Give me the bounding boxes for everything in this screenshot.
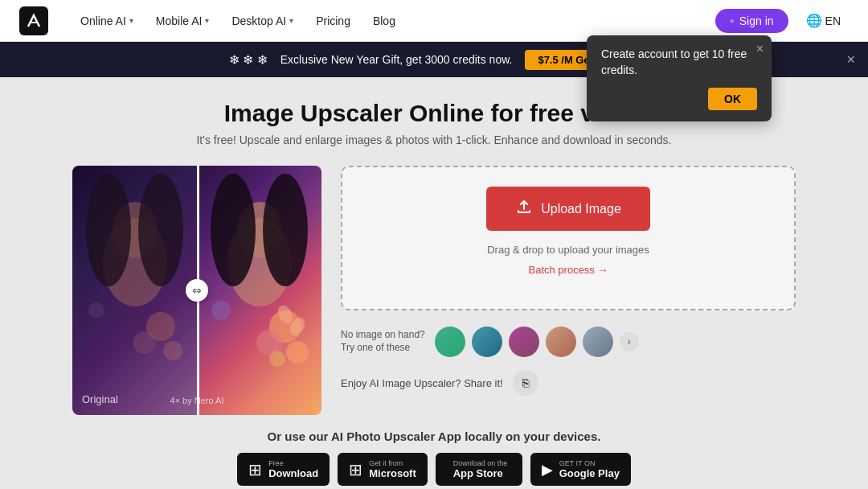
app-section: Or use our AI Photo Upscaler App locally…: [0, 429, 868, 486]
snowflake-icon: ❄ ❄ ❄: [229, 52, 268, 68]
app-buttons: ⊞ Free Download ⊞ Get it from Microsoft …: [237, 453, 631, 486]
svg-point-18: [211, 301, 231, 320]
batch-process-link[interactable]: Batch process →: [529, 264, 608, 276]
upload-image-button[interactable]: Upload Image: [486, 187, 650, 231]
samples-next-arrow[interactable]: ›: [620, 332, 639, 351]
download-googleplay-button[interactable]: ▶ GET IT ON Google Play: [530, 453, 631, 486]
svg-point-19: [275, 303, 296, 327]
compare-enhanced: [197, 166, 321, 415]
nav-blog[interactable]: Blog: [363, 10, 405, 32]
share-label: Enjoy AI Image Upscaler? Share it!: [341, 377, 503, 389]
page-title: Image Upscaler Online for free via AI: [224, 100, 644, 127]
sample-image-3[interactable]: [509, 327, 539, 357]
compare-original: [72, 166, 197, 415]
share-row: Enjoy AI Image Upscaler? Share it! ⎘: [341, 370, 796, 396]
logo: [19, 6, 48, 35]
tooltip-ok-button[interactable]: OK: [708, 88, 757, 110]
content-row: ⇔ Original 4× by Nero AI Upload Image Dr…: [72, 166, 796, 415]
download-microsoft-button[interactable]: ⊞ Get it from Microsoft: [338, 453, 428, 486]
svg-point-9: [227, 218, 292, 306]
drag-drop-text: Drag & drop to upload your images: [487, 244, 649, 256]
nav-right: Sign in 🌐 EN: [715, 8, 849, 33]
sample-image-5[interactable]: [583, 327, 613, 357]
promo-close-button[interactable]: ×: [846, 51, 855, 68]
download-windows-button[interactable]: ⊞ Free Download: [237, 453, 330, 486]
google-play-icon: ▶: [542, 461, 553, 479]
nav-desktop-ai[interactable]: Desktop AI ▾: [222, 10, 303, 32]
compare-label-original: Original: [82, 393, 118, 405]
main-content: Image Upscaler Online for free via AI It…: [0, 77, 868, 489]
svg-point-20: [287, 315, 308, 339]
svg-point-12: [211, 174, 256, 286]
tooltip-popup: × Create account to get 10 free credits.…: [587, 35, 772, 121]
chevron-down-icon: ▾: [205, 16, 209, 25]
microsoft-icon: ⊞: [349, 460, 362, 479]
compare-handle[interactable]: ⇔: [186, 279, 208, 302]
sign-in-button[interactable]: Sign in: [715, 9, 788, 33]
promo-text: Exclusive New Year Gift, get 3000 credit…: [280, 53, 513, 66]
tooltip-text: Create account to get 10 free credits.: [601, 47, 757, 78]
svg-point-4: [138, 174, 183, 286]
sample-image-2[interactable]: [472, 327, 502, 357]
svg-point-3: [86, 174, 131, 286]
language-selector[interactable]: 🌐 EN: [798, 8, 849, 33]
page-subtitle: It's free! Upscale and enlarge images & …: [196, 134, 671, 146]
svg-point-7: [163, 341, 182, 360]
svg-point-8: [88, 302, 104, 318]
svg-point-1: [113, 202, 158, 258]
svg-point-16: [286, 341, 309, 364]
chevron-down-icon: ▾: [289, 16, 293, 25]
tooltip-close-button[interactable]: ×: [756, 42, 764, 56]
windows-icon: ⊞: [248, 460, 262, 479]
app-section-title: Or use our AI Photo Upscaler App locally…: [268, 429, 601, 443]
svg-point-10: [237, 202, 282, 258]
share-icon: ⎘: [522, 376, 529, 389]
nav-items: Online AI ▾ Mobile AI ▾ Desktop AI ▾ Pri…: [71, 10, 715, 32]
sample-image-4[interactable]: [546, 327, 576, 357]
svg-point-14: [269, 310, 301, 343]
svg-point-0: [103, 218, 167, 306]
svg-point-5: [146, 312, 175, 341]
upload-icon: [515, 198, 533, 220]
svg-point-6: [133, 331, 156, 354]
image-compare[interactable]: ⇔ Original 4× by Nero AI: [72, 166, 321, 415]
nav-pricing[interactable]: Pricing: [306, 10, 360, 32]
nav-online-ai[interactable]: Online AI ▾: [71, 10, 143, 32]
share-button[interactable]: ⎘: [513, 370, 538, 396]
samples-row: No image on hand? Try one of these ›: [341, 327, 796, 357]
nav-mobile-ai[interactable]: Mobile AI ▾: [146, 10, 219, 32]
svg-point-13: [263, 174, 308, 286]
globe-icon: 🌐: [806, 13, 822, 28]
download-appstore-button[interactable]: Download on the App Store: [436, 453, 522, 486]
samples-prompt: No image on hand? Try one of these: [341, 329, 425, 354]
upload-panel: Upload Image Drag & drop to upload your …: [341, 166, 796, 310]
sample-image-1[interactable]: [435, 327, 465, 357]
svg-point-15: [256, 330, 282, 355]
chevron-down-icon: ▾: [129, 16, 133, 25]
svg-point-17: [269, 351, 285, 367]
